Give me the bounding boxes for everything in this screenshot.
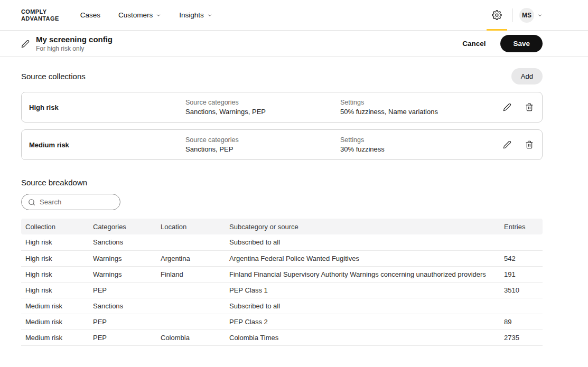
table-cell: PEP Class 1 (225, 282, 500, 298)
collection-card-medium-risk: Medium risk Source categories Sanctions,… (21, 129, 543, 160)
table-cell: High risk (21, 266, 89, 282)
nav-item-label: Insights (179, 11, 204, 19)
table-cell: High risk (21, 234, 89, 250)
card-categories: Source categories Sanctions, Warnings, P… (185, 99, 340, 116)
brand-logo-line2: ADVANTAGE (21, 15, 59, 22)
table-row: High riskPEPPEP Class 13510 (21, 282, 543, 298)
table-cell: Warnings (89, 250, 156, 266)
chevron-down-icon (537, 13, 543, 18)
card-settings: Settings 50% fuzziness, Name variations (340, 99, 503, 116)
edit-collection-button[interactable] (503, 103, 511, 111)
search-input[interactable] (40, 198, 114, 206)
main-nav-items: Cases Customers Insights (80, 11, 212, 19)
table-cell: Medium risk (21, 314, 89, 330)
table-row: High riskWarningsFinlandFinland Financia… (21, 266, 543, 282)
table-cell: Subscribed to all (225, 298, 500, 314)
table-cell (156, 314, 225, 330)
save-button[interactable]: Save (500, 35, 543, 52)
nav-item-label: Customers (118, 11, 153, 19)
gear-icon (492, 10, 502, 20)
pencil-icon (503, 140, 511, 149)
search-box (21, 194, 120, 210)
card-categories: Source categories Sanctions, PEP (185, 136, 340, 153)
table-cell: 191 (500, 266, 543, 282)
table-row: High riskSanctionsSubscribed to all (21, 234, 543, 250)
chevron-down-icon (156, 13, 161, 18)
section-title-source-breakdown: Source breakdown (21, 178, 543, 187)
column-header: Subcategory or source (225, 219, 500, 234)
edit-collection-button[interactable] (503, 140, 511, 149)
nav-item-customers[interactable]: Customers (118, 11, 161, 19)
active-tab-indicator (487, 29, 507, 31)
add-collection-button[interactable]: Add (511, 68, 543, 84)
card-actions (503, 140, 534, 149)
delete-collection-button[interactable] (525, 103, 534, 111)
table-cell: PEP (89, 314, 156, 330)
pencil-icon (503, 103, 511, 111)
table-row: Medium riskPEPColombiaColombia Times2735 (21, 330, 543, 345)
nav-item-insights[interactable]: Insights (179, 11, 212, 19)
table-cell: 3510 (500, 282, 543, 298)
card-name: High risk (29, 103, 185, 111)
column-header: Location (156, 219, 225, 234)
table-cell: Warnings (89, 266, 156, 282)
trash-icon (525, 140, 534, 149)
table-cell: Sanctions (89, 234, 156, 250)
page-subtitle: For high risk only (36, 45, 113, 52)
table-cell: Medium risk (21, 330, 89, 345)
table-row: Medium riskPEPPEP Class 289 (21, 314, 543, 330)
categories-value: Sanctions, Warnings, PEP (185, 108, 340, 116)
table-cell: Colombia Times (225, 330, 500, 345)
collection-card-high-risk: High risk Source categories Sanctions, W… (21, 92, 543, 123)
table-cell: Sanctions (89, 298, 156, 314)
column-header: Categories (89, 219, 156, 234)
card-actions (503, 103, 534, 111)
header-actions: Cancel Save (462, 35, 543, 52)
cancel-button[interactable]: Cancel (462, 40, 486, 48)
table-cell: 2735 (500, 330, 543, 345)
table-cell (156, 282, 225, 298)
nav-divider (512, 8, 513, 22)
table-cell (500, 234, 543, 250)
categories-label: Source categories (185, 136, 340, 144)
settings-value: 50% fuzziness, Name variations (340, 108, 503, 116)
chevron-down-icon (207, 13, 212, 18)
settings-label: Settings (340, 99, 503, 106)
table-cell: Subscribed to all (225, 234, 500, 250)
table-cell: Medium risk (21, 298, 89, 314)
title-block: My screening config For high risk only (36, 35, 113, 52)
trash-icon (525, 103, 534, 111)
card-settings: Settings 30% fuzziness (340, 136, 503, 153)
column-header: Collection (21, 219, 89, 234)
account-menu[interactable]: MS (519, 8, 543, 23)
categories-label: Source categories (185, 99, 340, 106)
card-name: Medium risk (29, 141, 185, 149)
table-cell: Finland (156, 266, 225, 282)
settings-value: 30% fuzziness (340, 145, 503, 153)
breakdown-table: CollectionCategoriesLocationSubcategory … (21, 219, 543, 346)
page-header: My screening config For high risk only C… (0, 31, 588, 57)
brand-logo-line1: COMPLY (21, 8, 59, 15)
top-nav: COMPLY ADVANTAGE Cases Customers Insight… (0, 0, 588, 31)
search-icon (28, 199, 35, 206)
table-row: High riskWarningsArgentinaArgentina Fede… (21, 250, 543, 266)
brand-logo[interactable]: COMPLY ADVANTAGE (21, 8, 59, 22)
table-row: Medium riskSanctionsSubscribed to all (21, 298, 543, 314)
collection-cards: High risk Source categories Sanctions, W… (21, 92, 543, 160)
source-collections-section-header: Source collections Add (21, 68, 543, 84)
delete-collection-button[interactable] (525, 140, 534, 149)
column-header: Entries (500, 219, 543, 234)
avatar: MS (519, 8, 534, 23)
table-cell: Colombia (156, 330, 225, 345)
table-header-row: CollectionCategoriesLocationSubcategory … (21, 219, 543, 234)
table-cell: Argentina Federal Police Wanted Fugitive… (225, 250, 500, 266)
table-cell: PEP (89, 330, 156, 345)
edit-title-icon[interactable] (21, 40, 30, 48)
table-cell (156, 298, 225, 314)
nav-item-cases[interactable]: Cases (80, 11, 100, 19)
table-cell (500, 298, 543, 314)
settings-gear-button[interactable] (484, 0, 509, 30)
table-cell: High risk (21, 250, 89, 266)
section-title-source-collections: Source collections (21, 72, 86, 81)
main-content: Source collections Add High risk Source … (0, 68, 588, 346)
